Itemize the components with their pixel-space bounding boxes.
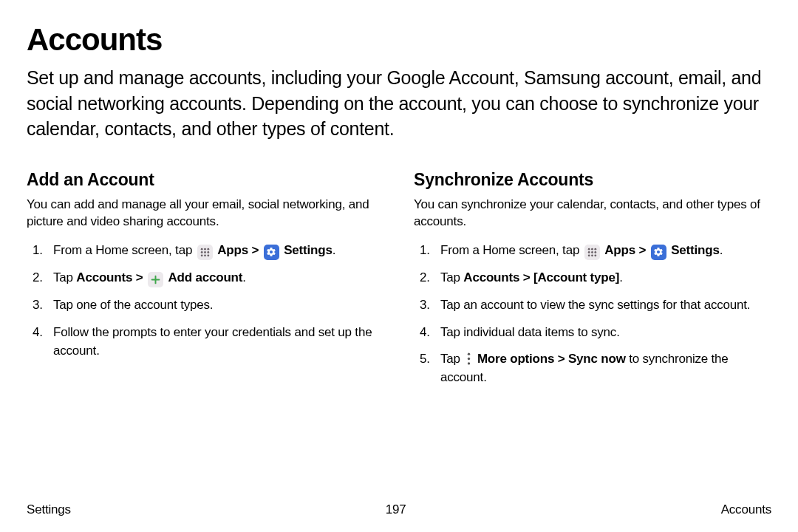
svg-point-1 xyxy=(204,248,206,250)
add-account-intro: You can add and manage all your email, s… xyxy=(27,196,384,231)
svg-point-12 xyxy=(591,248,593,250)
step-item: Tap individual data items to sync. xyxy=(414,324,771,342)
add-account-heading: Add an Account xyxy=(27,170,384,190)
svg-point-21 xyxy=(468,358,470,360)
right-column: Synchronize Accounts You can synchronize… xyxy=(414,170,771,396)
more-options-label: More options > Sync now xyxy=(477,352,626,366)
step-text: Tap xyxy=(53,270,76,284)
step-item: Follow the prompts to enter your credent… xyxy=(27,324,384,360)
step-item: From a Home screen, tap Apps > Settings. xyxy=(27,242,384,260)
svg-point-7 xyxy=(204,255,206,257)
step-text: From a Home screen, tap xyxy=(53,243,196,257)
step-text: Tap xyxy=(440,352,463,366)
apps-label: Apps xyxy=(217,243,248,257)
svg-point-14 xyxy=(587,251,590,253)
settings-icon xyxy=(264,245,279,260)
separator: > xyxy=(635,243,649,257)
period: . xyxy=(720,243,723,257)
sync-accounts-steps: From a Home screen, tap Apps > Settings.… xyxy=(414,242,771,386)
settings-icon xyxy=(651,245,666,260)
svg-point-8 xyxy=(207,255,209,257)
intro-paragraph: Set up and manage accounts, including yo… xyxy=(27,65,771,142)
step-item: From a Home screen, tap Apps > Settings. xyxy=(414,242,771,260)
svg-point-0 xyxy=(200,248,202,250)
svg-point-17 xyxy=(587,255,590,257)
step-item: Tap More options > Sync now to synchroni… xyxy=(414,350,771,386)
svg-point-13 xyxy=(594,248,596,250)
step-item: Tap Accounts > [Account type]. xyxy=(414,269,771,287)
add-icon xyxy=(148,272,163,287)
two-column-layout: Add an Account You can add and manage al… xyxy=(27,170,771,396)
step-text: Tap xyxy=(440,270,463,284)
footer-left: Settings xyxy=(27,502,71,517)
svg-point-2 xyxy=(207,248,209,250)
period: . xyxy=(242,270,246,284)
step-item: Tap one of the account types. xyxy=(27,296,384,315)
svg-point-16 xyxy=(594,251,596,253)
more-options-icon xyxy=(463,352,474,366)
settings-label: Settings xyxy=(671,243,719,257)
accounts-label: Accounts > xyxy=(76,270,146,284)
step-item: Tap Accounts > Add account. xyxy=(27,269,384,287)
apps-icon xyxy=(584,245,600,260)
add-account-steps: From a Home screen, tap Apps > Settings.… xyxy=(27,242,384,360)
svg-point-20 xyxy=(468,353,470,355)
accounts-type-label: Accounts > [Account type] xyxy=(463,270,619,284)
page-title: Accounts xyxy=(27,22,771,58)
svg-point-6 xyxy=(200,255,202,257)
separator: > xyxy=(248,243,262,257)
svg-point-18 xyxy=(591,255,593,257)
add-account-label: Add account xyxy=(168,270,243,284)
settings-label: Settings xyxy=(284,243,332,257)
footer-page-number: 197 xyxy=(386,502,406,517)
svg-point-5 xyxy=(207,251,209,253)
step-item: Tap an account to view the sync settings… xyxy=(414,296,771,315)
apps-label: Apps xyxy=(604,243,635,257)
period: . xyxy=(619,270,623,284)
page-footer: Settings 197 Accounts xyxy=(27,502,771,517)
sync-accounts-intro: You can synchronize your calendar, conta… xyxy=(414,196,771,231)
footer-right: Accounts xyxy=(721,502,771,517)
svg-point-4 xyxy=(204,251,206,253)
svg-point-19 xyxy=(594,255,596,257)
sync-accounts-heading: Synchronize Accounts xyxy=(414,170,771,190)
step-text: From a Home screen, tap xyxy=(440,243,583,257)
period: . xyxy=(332,243,336,257)
svg-point-15 xyxy=(591,251,593,253)
left-column: Add an Account You can add and manage al… xyxy=(27,170,384,396)
apps-icon xyxy=(197,245,213,260)
svg-point-11 xyxy=(587,248,590,250)
svg-point-22 xyxy=(468,363,470,365)
svg-point-3 xyxy=(200,251,202,253)
